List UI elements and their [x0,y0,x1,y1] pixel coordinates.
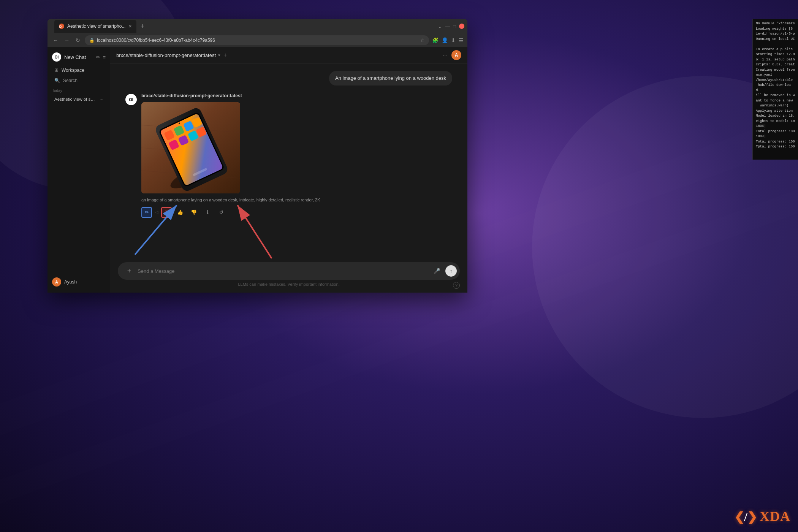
edit-button[interactable]: ✏ [141,207,152,218]
messages-container: An image of a smartphone lying on a wood… [110,63,467,258]
microphone-button[interactable]: 🎤 [431,265,442,277]
account-icon[interactable]: 👤 [442,37,448,43]
copy-icon: ⊡ [165,209,169,215]
sidebar-item-workspace[interactable]: ⊞ Workspace [50,65,108,75]
chat-header: brxce/stable-diffusion-prompt-generator:… [110,47,467,63]
address-bar[interactable]: 🔒 localhost:8080/c/d70fbb54-aec6-43f0-a0… [85,35,429,45]
help-button[interactable]: ? [453,282,460,289]
address-bar-row: ← → ↻ 🔒 localhost:8080/c/d70fbb54-aec6-4… [48,33,467,47]
send-button[interactable]: ↑ [445,265,457,277]
forward-button[interactable]: → [63,36,71,44]
maximize-button[interactable]: □ [453,24,456,29]
terminal-output: No module 'xformers Loading weights [6 l… [756,21,795,150]
separator: ◁ [155,210,158,215]
menu-icon[interactable]: ≡ [103,54,106,60]
copy-button[interactable]: ⊡ [161,207,172,218]
chat-history-more-icon[interactable]: ··· [100,97,103,102]
message-input[interactable] [138,268,428,274]
user-name: Ayush [64,279,77,285]
edit-icon: ✏ [145,209,149,215]
model-chevron-icon: ▾ [218,53,220,58]
bookmark-icon[interactable]: ☆ [420,38,424,43]
model-selector[interactable]: brxce/stable-diffusion-prompt-generator:… [116,52,220,58]
close-window-button[interactable]: ✕ [459,24,464,29]
refresh-icon: ↺ [219,209,223,215]
chat-header-right: ··· A [443,50,461,60]
model-name: brxce/stable-diffusion-prompt-generator:… [116,52,216,58]
workspace-label: Workspace [62,68,84,73]
attach-button[interactable]: + [124,267,135,275]
sidebar-bottom: A Ayush [48,274,110,290]
lock-icon: 🔒 [89,38,95,43]
like-button[interactable]: 👍 [175,207,185,218]
chat-input-area: + 🎤 ↑ LLMs can make mistakes. Verify imp… [110,258,467,293]
thumbs-down-icon: 👎 [191,209,197,215]
toolbar-right: 🧩 👤 ⬇ ☰ [432,37,464,43]
tab-close-button[interactable]: ✕ [128,24,132,29]
generated-image [141,102,240,193]
tab-extras: ⌄ — □ ✕ [438,24,464,29]
more-options-icon[interactable]: ··· [443,52,448,59]
chat-area: brxce/stable-diffusion-prompt-generator:… [110,47,467,293]
xda-logo: ❮/❯ XDA [734,508,790,524]
dislike-button[interactable]: 👎 [188,207,199,218]
assistant-model-label: brxce/stable-diffusion-prompt-generator:… [141,93,452,98]
info-icon: ℹ [207,209,209,215]
sidebar-actions: ✏ ≡ [96,54,106,60]
tab-list-button[interactable]: ⌄ [438,24,442,29]
tab-title: Aesthetic view of smartpho... [67,24,125,29]
user-avatar: A [52,277,61,287]
sidebar-header: OI New Chat ✏ ≡ [48,50,110,64]
chat-input-wrapper: + 🎤 ↑ [118,262,460,280]
today-label: Today [48,86,110,94]
new-tab-button[interactable]: + [138,22,147,30]
active-tab[interactable]: OI Aesthetic view of smartpho... ✕ [54,20,136,33]
ollama-logo: OI [52,52,61,62]
user-avatar-header: A [451,50,461,60]
image-caption: an image of a smartphone laying on a woo… [141,197,452,203]
assistant-content: brxce/stable-diffusion-prompt-generator:… [141,93,452,217]
sidebar: OI New Chat ✏ ≡ ⊞ Workspace 🔍 Search Tod… [48,47,110,293]
disclaimer-text: LLMs can make mistakes. Verify important… [118,280,460,288]
edit-icon[interactable]: ✏ [96,54,100,60]
message-actions: ✏ ◁ ⊡ 👍 👎 [141,207,452,218]
user-message-text: An image of a smartphone lying on a wood… [335,75,446,81]
refresh-button[interactable]: ↺ [216,207,226,218]
tab-favicon: OI [59,24,64,29]
assistant-avatar: OI [125,94,137,105]
info-button[interactable]: ℹ [202,207,213,218]
download-icon[interactable]: ⬇ [451,37,456,43]
reload-button[interactable]: ↻ [74,36,82,44]
sidebar-search[interactable]: 🔍 Search [50,76,108,85]
new-chat-label[interactable]: New Chat [64,54,93,60]
tab-bar: OI Aesthetic view of smartpho... ✕ + ⌄ —… [48,19,467,33]
user-message-bubble: An image of a smartphone lying on a wood… [329,71,452,86]
url-text: localhost:8080/c/d70fbb54-aec6-43f0-a0b7… [97,38,215,43]
search-label: Search [63,78,78,83]
chat-history-item[interactable]: Aesthetic view of smartphone... ··· [50,95,108,104]
thumbs-up-icon: 👍 [177,209,183,215]
send-icon: ↑ [450,268,453,274]
assistant-message: OI brxce/stable-diffusion-prompt-generat… [125,93,452,217]
minimize-button[interactable]: — [445,24,450,29]
extensions-icon[interactable]: 🧩 [432,37,439,43]
smartphone-image [141,102,240,193]
workspace-icon: ⊞ [54,67,59,73]
app-layout: OI New Chat ✏ ≡ ⊞ Workspace 🔍 Search Tod… [48,47,467,293]
settings-icon[interactable]: ☰ [459,37,464,43]
add-model-button[interactable]: + [223,52,227,59]
search-icon: 🔍 [54,78,60,83]
terminal-panel: No module 'xformers Loading weights [6 l… [752,19,798,160]
back-button[interactable]: ← [51,36,60,44]
browser-window: OI Aesthetic view of smartpho... ✕ + ⌄ —… [48,19,467,293]
browser-chrome: OI Aesthetic view of smartpho... ✕ + ⌄ —… [48,19,467,47]
chat-history-label: Aesthetic view of smartphone... [54,97,97,101]
user-message-wrapper: An image of a smartphone lying on a wood… [125,71,452,86]
